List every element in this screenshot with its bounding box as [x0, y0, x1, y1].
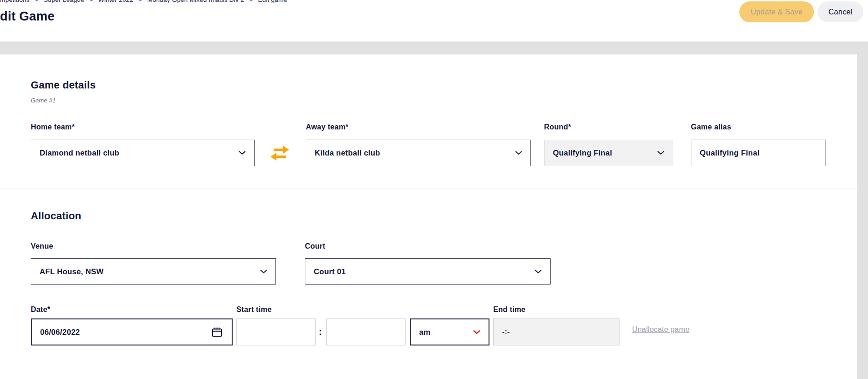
breadcrumb: mpetitions > Super League > Winter 2022 … [0, 0, 287, 3]
end-time-field: -:- [493, 318, 620, 345]
court-value: Court 01 [314, 267, 346, 276]
chevron-down-icon [239, 151, 246, 155]
page-background-gutter [857, 42, 868, 379]
breadcrumb-item-edit-game: Edit game [258, 0, 288, 3]
meridiem-value: am [419, 328, 430, 337]
cancel-button[interactable]: Cancel [818, 1, 863, 22]
section-divider [0, 189, 857, 189]
page-header: mpetitions > Super League > Winter 2022 … [0, 0, 868, 41]
start-time-label: Start time [236, 305, 272, 314]
venue-select[interactable]: AFL House, NSW [31, 258, 276, 284]
end-time-label: End time [493, 305, 525, 314]
game-alias-field [691, 140, 826, 166]
court-label: Court [305, 242, 325, 250]
end-time-value: -:- [502, 328, 510, 336]
start-time-hour-input[interactable] [245, 328, 307, 337]
calendar-icon[interactable] [211, 326, 223, 338]
breadcrumb-item-winter-2022[interactable]: Winter 2022 [98, 0, 133, 3]
away-team-label: Away team* [306, 123, 349, 131]
chevron-down-icon [260, 270, 267, 274]
game-alias-label: Game alias [691, 123, 731, 131]
start-time-minute-input[interactable] [335, 328, 397, 337]
page-title: dit Game [0, 9, 55, 24]
game-alias-input[interactable] [700, 149, 817, 157]
court-select[interactable]: Court 01 [305, 258, 551, 284]
breadcrumb-item-division[interactable]: Monday Open Mixed fmalss Div 2 [147, 0, 244, 3]
chevron-down-icon [515, 151, 522, 155]
date-input[interactable] [40, 328, 211, 337]
away-team-select[interactable]: Kilda netball club [306, 140, 531, 166]
time-colon: : [319, 327, 322, 337]
breadcrumb-separator: > [138, 0, 142, 3]
away-team-value: Kilda netball club [315, 149, 380, 157]
chevron-down-icon-red [473, 330, 480, 334]
update-save-button[interactable]: Update & Save [739, 1, 814, 22]
page-background-band [0, 42, 868, 54]
home-team-label: Home team* [31, 123, 75, 131]
date-label: Date* [31, 305, 50, 314]
round-label: Round* [544, 123, 571, 131]
breadcrumb-separator: > [249, 0, 253, 3]
allocation-heading: Allocation [31, 210, 81, 222]
breadcrumb-separator: > [34, 0, 38, 3]
meridiem-select[interactable]: am [410, 318, 489, 345]
venue-value: AFL House, NSW [40, 267, 103, 276]
breadcrumb-item-competitions[interactable]: mpetitions [0, 0, 30, 3]
round-value: Qualifying Final [553, 149, 612, 157]
swap-teams-button[interactable] [269, 144, 291, 164]
swap-horizontal-icon [269, 157, 291, 164]
start-time-minute-field [326, 318, 406, 345]
chevron-down-icon [657, 151, 664, 155]
game-details-heading: Game details [31, 79, 96, 91]
round-select[interactable]: Qualifying Final [544, 140, 673, 166]
breadcrumb-item-super-league[interactable]: Super League [44, 0, 84, 3]
start-time-hour-field [236, 318, 316, 345]
edit-game-card: Game details Game #1 Home team* Diamond … [0, 54, 857, 379]
chevron-down-icon [535, 270, 542, 274]
venue-label: Venue [31, 242, 53, 250]
date-field[interactable] [31, 318, 233, 345]
home-team-select[interactable]: Diamond netball club [31, 140, 255, 166]
unallocate-game-link[interactable]: Unallocate game [632, 325, 689, 334]
home-team-value: Diamond netball club [40, 149, 119, 157]
breadcrumb-separator: > [90, 0, 93, 3]
game-number-note: Game #1 [31, 97, 55, 104]
